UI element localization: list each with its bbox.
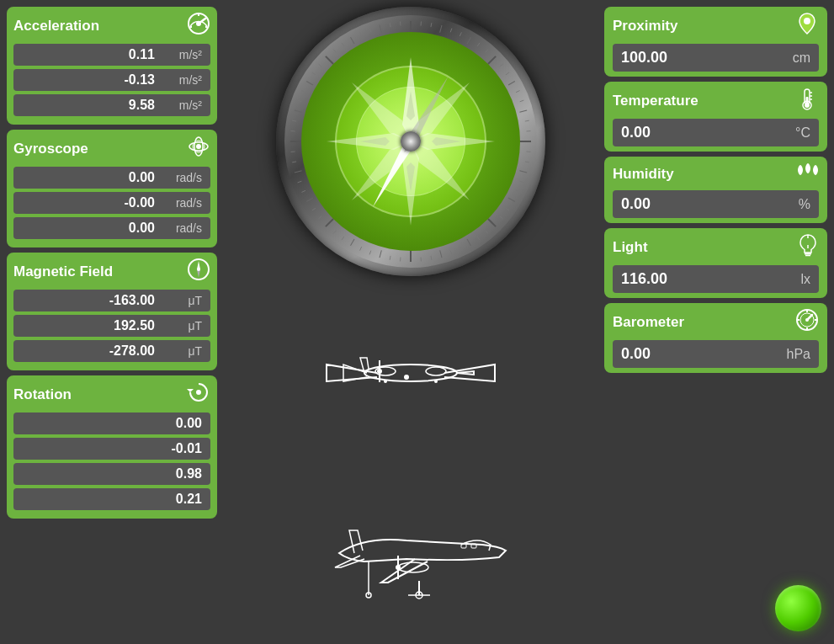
svg-line-32	[508, 198, 515, 202]
proximity-unit: cm	[793, 51, 810, 66]
light-title: Light	[613, 239, 648, 256]
gyroscope-header: Gyroscope	[13, 135, 210, 162]
accel-val-1: 0.11	[96, 47, 155, 62]
light-header: Light	[613, 233, 819, 261]
right-panel: Proximity 100.00 cm Temperature	[604, 7, 827, 637]
svg-line-101	[292, 120, 296, 121]
svg-line-54	[295, 110, 302, 112]
rot-val-4: 0.21	[143, 492, 202, 507]
mag-row-1: -163.00 μT	[13, 290, 210, 311]
accel-unit-1: m/s²	[160, 48, 202, 61]
compass: N 15 30 NE 60 75 E 105 120 SE 150 165 S …	[276, 7, 545, 276]
mag-unit-1: μT	[160, 294, 202, 307]
gyro-unit-3: rad/s	[160, 221, 202, 235]
mag-unit-2: μT	[160, 319, 202, 333]
barometer-unit: hPa	[787, 347, 810, 362]
rot-row-3: 0.98	[13, 463, 210, 485]
gyroscope-title: Gyroscope	[13, 141, 88, 157]
gyro-unit-2: rad/s	[160, 196, 202, 210]
svg-line-24	[508, 82, 515, 86]
temperature-header: Temperature	[613, 87, 819, 114]
svg-line-44	[351, 239, 355, 246]
svg-line-78	[520, 181, 524, 183]
svg-line-98	[292, 162, 296, 162]
svg-point-8	[196, 144, 201, 149]
humidity-title: Humidity	[613, 166, 674, 183]
gyro-row-3: 0.00 rad/s	[13, 217, 210, 239]
mag-row-3: -278.00 μT	[13, 340, 210, 362]
accel-unit-2: m/s²	[160, 73, 202, 87]
svg-marker-14	[187, 389, 194, 392]
acceleration-title: Acceleration	[13, 18, 99, 35]
gyro-unit-1: rad/s	[160, 171, 202, 184]
magnetic-field-card: Magnetic Field -163.00 μT 192.50 μT -278…	[7, 253, 217, 370]
svg-line-62	[380, 25, 381, 33]
humidity-unit: %	[799, 197, 810, 212]
temperature-value-row: 0.00 °C	[613, 119, 819, 146]
svg-line-79	[516, 190, 520, 192]
svg-point-150	[805, 103, 810, 108]
svg-point-131	[377, 369, 382, 374]
svg-line-30	[519, 171, 527, 173]
svg-point-15	[196, 390, 201, 395]
svg-point-132	[404, 375, 409, 380]
light-value-row: 116.00 lx	[613, 265, 819, 293]
svg-line-86	[431, 256, 432, 260]
svg-line-67	[459, 32, 461, 36]
temperature-unit: °C	[795, 125, 810, 141]
svg-point-134	[434, 380, 438, 383]
rot-val-1: 0.00	[143, 416, 202, 431]
magnetic-field-header: Magnetic Field	[13, 258, 210, 285]
mag-val-1: -163.00	[96, 293, 155, 308]
svg-point-133	[384, 380, 387, 383]
svg-line-42	[380, 250, 381, 258]
svg-line-90	[369, 251, 371, 255]
humidity-icon	[794, 162, 819, 186]
accel-val-2: -0.13	[96, 72, 155, 88]
rotation-icon	[187, 381, 210, 408]
compass-ring: N 15 30 NE 60 75 E 105 120 SE 150 165 S …	[284, 15, 537, 268]
rotation-header: Rotation	[13, 381, 210, 408]
barometer-title: Barometer	[613, 314, 684, 331]
accel-unit-3: m/s²	[160, 98, 202, 112]
magnetic-field-title: Magnetic Field	[13, 263, 113, 280]
svg-line-26	[519, 110, 527, 112]
rot-val-2: -0.01	[143, 441, 202, 456]
mag-val-2: 192.50	[96, 318, 155, 333]
mag-unit-3: μT	[160, 344, 202, 358]
barometer-header: Barometer	[613, 308, 819, 336]
svg-line-73	[520, 100, 524, 102]
svg-line-89	[390, 256, 390, 260]
svg-line-50	[295, 171, 302, 173]
pin-icon	[795, 12, 819, 40]
svg-line-18	[440, 25, 442, 33]
temperature-title: Temperature	[613, 93, 699, 109]
left-panel: Acceleration 0.11 m/s² -0.13 m/s²	[7, 7, 217, 637]
temperature-card: Temperature 0.00 °C	[604, 82, 827, 152]
aircraft-side-view	[297, 507, 524, 599]
svg-point-128	[426, 367, 446, 375]
svg-line-72	[516, 91, 520, 93]
svg-line-20	[467, 37, 471, 44]
gyro-row-2: -0.00 rad/s	[13, 192, 210, 214]
rot-row-1: 0.00	[13, 412, 210, 434]
status-ball[interactable]	[775, 585, 821, 631]
proximity-value: 100.00	[621, 49, 667, 67]
light-unit: lx	[800, 272, 810, 287]
compass-face	[301, 32, 520, 251]
rot-row-2: -0.01	[13, 438, 210, 460]
acceleration-card: Acceleration 0.11 m/s² -0.13 m/s²	[7, 7, 217, 125]
mag-row-2: 192.50 μT	[13, 315, 210, 337]
svg-line-56	[306, 82, 313, 86]
gyroscope-card: Gyroscope 0.00 rad/s -0.00 rad/s 0.00 ra…	[7, 130, 217, 247]
svg-line-85	[450, 251, 452, 255]
gyro-row-1: 0.00 rad/s	[13, 167, 210, 189]
aircraft-top-view	[310, 322, 512, 423]
center-panel: N 15 30 NE 60 75 E 105 120 SE 150 165 S …	[223, 7, 598, 637]
proximity-value-row: 100.00 cm	[613, 44, 819, 72]
rot-row-4: 0.21	[13, 488, 210, 510]
humidity-value: 0.00	[621, 195, 651, 213]
svg-line-66	[450, 29, 452, 33]
svg-line-60	[351, 37, 355, 44]
svg-line-84	[459, 247, 461, 251]
